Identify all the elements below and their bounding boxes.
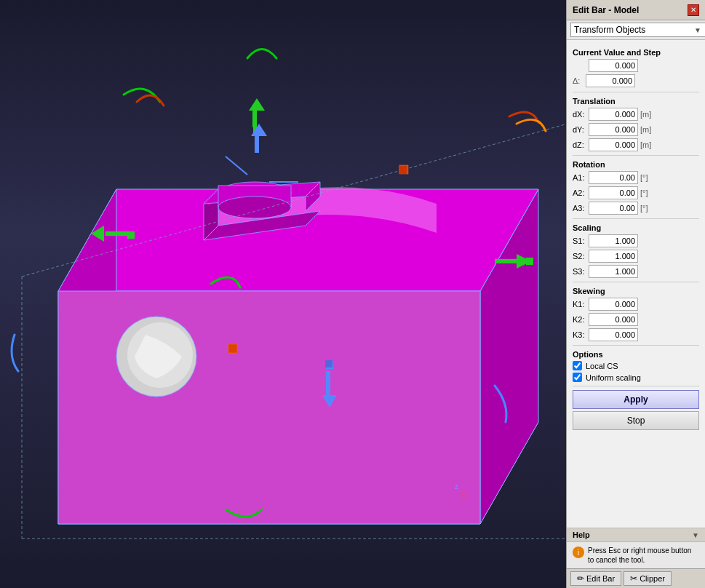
s3-label: S3: — [573, 267, 589, 276]
title-bar: Edit Bar - Model ✕ — [567, 0, 705, 20]
svg-marker-21 — [105, 231, 127, 236]
a1-row: A1: [°] — [573, 171, 699, 184]
a2-row: A2: [°] — [573, 186, 699, 199]
current-value-input[interactable] — [589, 59, 638, 72]
k1-input[interactable] — [589, 298, 638, 311]
help-header: Help ▼ — [567, 528, 705, 542]
options-section: Options Local CS Uniform scaling — [573, 350, 699, 382]
current-value-title: Current Value and Step — [573, 48, 699, 57]
svg-rect-23 — [127, 231, 135, 239]
s3-row: S3: — [573, 265, 699, 278]
s1-input[interactable] — [589, 234, 638, 247]
help-content: i Press Esc or right mouse button to can… — [567, 542, 705, 568]
svg-point-11 — [218, 196, 291, 218]
svg-marker-27 — [326, 371, 330, 397]
s2-label: S2: — [573, 252, 589, 261]
a3-input[interactable] — [589, 202, 638, 215]
rotation-title: Rotation — [573, 160, 699, 169]
svg-text:z: z — [455, 482, 458, 490]
a1-input[interactable] — [589, 171, 638, 184]
edit-bar-icon: ✏ — [577, 573, 584, 584]
s3-input[interactable] — [589, 265, 638, 278]
dz-unit: [m] — [640, 140, 655, 149]
k2-label: K2: — [573, 315, 589, 324]
help-section: Help ▼ i Press Esc or right mouse button… — [567, 528, 705, 568]
delta-row: Δ: — [573, 74, 699, 87]
dz-label: dZ: — [573, 140, 589, 149]
dz-row: dZ: [m] — [573, 138, 699, 151]
delta-input[interactable] — [586, 74, 635, 87]
uniform-scaling-checkbox[interactable] — [573, 373, 582, 382]
close-button[interactable]: ✕ — [688, 4, 699, 16]
s2-input[interactable] — [589, 250, 638, 263]
skewing-section: Skewing K1: K2: K3: — [573, 287, 699, 341]
current-value-section: Current Value and Step Δ: — [573, 48, 699, 87]
dy-input[interactable] — [589, 123, 638, 136]
scaling-section: Scaling S1: S2: S3: — [573, 223, 699, 278]
edit-bar-tab-label: Edit Bar — [586, 574, 615, 583]
k2-input[interactable] — [589, 313, 638, 326]
a2-unit: [°] — [640, 188, 655, 197]
svg-rect-37 — [399, 166, 407, 174]
stop-button[interactable]: Stop — [573, 411, 699, 430]
k1-row: K1: — [573, 298, 699, 311]
svg-marker-4 — [58, 291, 480, 524]
a3-unit: [°] — [640, 204, 655, 212]
scaling-title: Scaling — [573, 223, 699, 232]
k1-label: K1: — [573, 300, 589, 309]
k3-row: K3: — [573, 328, 699, 341]
local-cs-row: Local CS — [573, 361, 699, 370]
edit-bar-tab[interactable]: ✏ Edit Bar — [570, 571, 621, 586]
help-info-icon: i — [573, 547, 584, 558]
local-cs-label: Local CS — [586, 362, 618, 370]
3d-scene: z x — [0, 0, 566, 588]
a3-label: A3: — [573, 204, 589, 212]
s2-row: S2: — [573, 250, 699, 263]
svg-rect-34 — [325, 360, 332, 368]
svg-text:x: x — [462, 492, 466, 500]
dy-unit: [m] — [640, 125, 655, 134]
current-value-row — [573, 59, 699, 72]
svg-rect-33 — [228, 344, 237, 353]
right-panel: Edit Bar - Model ✕ Transform Objects ▼ C… — [566, 0, 705, 588]
translation-title: Translation — [573, 97, 699, 106]
s1-row: S1: — [573, 234, 699, 247]
svg-rect-26 — [526, 258, 533, 265]
apply-button[interactable]: Apply — [573, 390, 699, 409]
svg-line-35 — [226, 156, 247, 175]
dy-label: dY: — [573, 125, 589, 134]
translation-section: Translation dX: [m] dY: [m] dZ: [m] — [573, 97, 699, 151]
clipper-tab[interactable]: ✂ Clipper — [624, 571, 672, 586]
local-cs-checkbox[interactable] — [573, 361, 582, 370]
k2-row: K2: — [573, 313, 699, 326]
svg-marker-30 — [255, 135, 259, 153]
help-text: Press Esc or right mouse button to cance… — [588, 546, 699, 565]
dy-row: dY: [m] — [573, 123, 699, 136]
a2-label: A2: — [573, 188, 589, 197]
svg-marker-19 — [249, 98, 265, 111]
panel-body: Current Value and Step Δ: Translation dX… — [567, 40, 705, 528]
k3-input[interactable] — [589, 328, 638, 341]
delta-label: Δ: — [573, 76, 586, 85]
clipper-tab-label: Clipper — [640, 574, 665, 583]
s1-label: S1: — [573, 237, 589, 245]
rotation-section: Rotation A1: [°] A2: [°] A3: [°] — [573, 160, 699, 215]
skewing-title: Skewing — [573, 287, 699, 295]
dx-input[interactable] — [589, 108, 638, 121]
uniform-scaling-label: Uniform scaling — [586, 373, 641, 382]
viewport[interactable]: z x — [0, 0, 566, 588]
a2-input[interactable] — [589, 186, 638, 199]
svg-marker-18 — [252, 109, 257, 127]
dz-input[interactable] — [589, 138, 638, 151]
a1-unit: [°] — [640, 173, 655, 182]
a3-row: A3: [°] — [573, 202, 699, 215]
dropdown-row: Transform Objects ▼ — [567, 20, 705, 40]
dx-row: dX: [m] — [573, 108, 699, 121]
title-bar-text: Edit Bar - Model — [573, 5, 639, 15]
transform-objects-dropdown[interactable]: Transform Objects — [570, 23, 705, 37]
help-title: Help — [573, 531, 590, 539]
dx-label: dX: — [573, 110, 589, 119]
uniform-scaling-row: Uniform scaling — [573, 373, 699, 382]
bottom-tabs: ✏ Edit Bar ✂ Clipper — [567, 568, 705, 588]
options-title: Options — [573, 350, 699, 359]
